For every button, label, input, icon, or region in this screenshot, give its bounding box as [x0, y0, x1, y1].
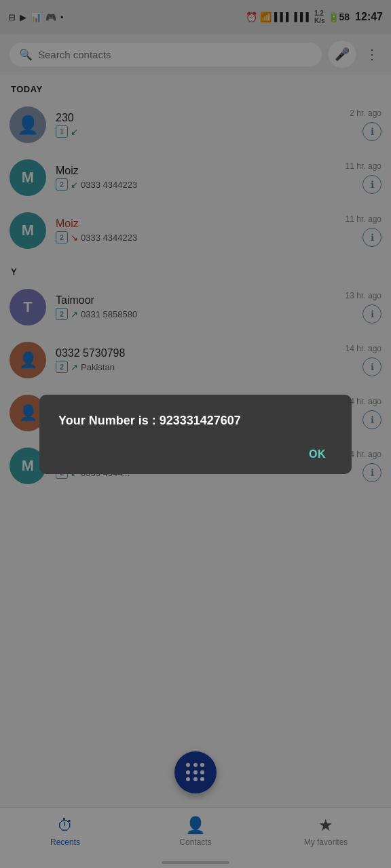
dialog-ok-button[interactable]: OK — [302, 444, 333, 465]
dialog-box: Your Number is : 923331427607 OK — [39, 395, 352, 474]
dialog-overlay: Your Number is : 923331427607 OK — [0, 0, 391, 868]
dialog-actions: OK — [58, 444, 333, 465]
dialog-message: Your Number is : 923331427607 — [58, 414, 333, 428]
